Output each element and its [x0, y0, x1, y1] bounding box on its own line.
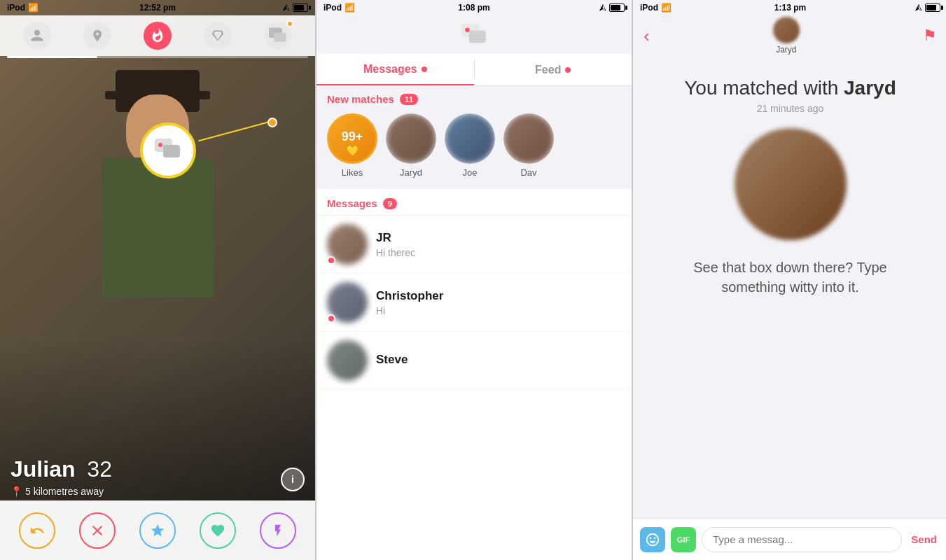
dav-photo: [503, 113, 554, 164]
messages-badge: 9: [383, 198, 397, 209]
message-row-jr[interactable]: JR Hi therec: [317, 216, 632, 274]
tab-messages[interactable]: Messages: [317, 54, 474, 85]
match-dav[interactable]: Dav: [503, 113, 554, 178]
screen3-header: ‹ Jaryd ⚑: [633, 15, 946, 56]
info-button[interactable]: i: [281, 468, 305, 491]
battery-icon-3: [925, 4, 940, 12]
messages-list-section: Messages 9 JR Hi therec Christopher Hi: [317, 189, 632, 560]
header-profile[interactable]: Jaryd: [773, 17, 800, 55]
christopher-preview: Hi: [376, 305, 621, 316]
location-arrow-2: ⮙: [599, 3, 607, 13]
star-button[interactable]: [139, 512, 176, 549]
ipod-label-3: iPod: [640, 3, 658, 13]
svg-rect-1: [274, 33, 286, 42]
progress-bar: [7, 56, 308, 58]
steve-name: Steve: [376, 353, 621, 367]
status-left-2: iPod 📶: [324, 3, 355, 13]
nope-button[interactable]: [79, 512, 116, 549]
jaryd-photo: [386, 113, 436, 164]
header-name: Jaryd: [776, 45, 796, 55]
christopher-info: Christopher Hi: [376, 289, 621, 316]
match-witty-text: See that box down there? Type something …: [647, 258, 933, 297]
messages-label-text: Messages: [327, 197, 377, 209]
nav-profile-icon[interactable]: [23, 22, 51, 50]
undo-button[interactable]: [19, 512, 55, 549]
match-jaryd-img: [386, 113, 436, 164]
message-row-christopher[interactable]: Christopher Hi: [317, 274, 632, 332]
status-left-3: iPod 📶: [640, 3, 672, 13]
match-headline: You matched with Jaryd: [684, 77, 896, 99]
message-input-bar: GIF Send: [633, 518, 946, 560]
likes-count: 99+: [342, 130, 363, 144]
status-bar-2: iPod 📶 1:08 pm ⮙: [317, 0, 632, 15]
top-nav-1: [0, 15, 315, 56]
ipod-label-2: iPod: [324, 3, 342, 13]
likes-avatar[interactable]: 99+ 💛 Likes: [327, 113, 377, 178]
message-row-steve[interactable]: Steve: [317, 332, 632, 390]
time-2: 1:08 pm: [458, 3, 489, 13]
person-silhouette: [81, 56, 235, 350]
jr-name: JR: [376, 231, 621, 245]
progress-fill: [7, 56, 97, 58]
nav-diamond-icon[interactable]: [204, 22, 232, 50]
tabs-row: Messages Feed: [317, 54, 632, 86]
match-dav-img: [503, 113, 554, 164]
location-pin-icon: 📍: [11, 486, 22, 497]
status-left-1: iPod 📶: [7, 3, 39, 13]
svg-point-7: [465, 27, 469, 31]
likes-avatar-img: 99+ 💛: [327, 113, 377, 164]
nav-flame-icon[interactable]: [144, 22, 172, 50]
status-right-3: ⮙: [914, 3, 940, 13]
message-bubble-highlight: [140, 122, 196, 178]
location-arrow-3: ⮙: [914, 3, 923, 13]
location-text: 5 kilometres away: [25, 486, 104, 497]
christopher-name: Christopher: [376, 289, 621, 303]
likes-hearts-icon: 💛: [347, 145, 359, 156]
tab-feed[interactable]: Feed: [475, 54, 632, 85]
messages-tab-dot: [422, 66, 427, 72]
back-button[interactable]: ‹: [644, 25, 650, 47]
status-right-1: ⮙: [282, 3, 308, 13]
time-3: 1:13 pm: [774, 3, 806, 13]
nav-location-icon[interactable]: [83, 22, 111, 50]
user-name: Julian: [11, 456, 75, 482]
like-button[interactable]: [200, 512, 236, 549]
tab-feed-label: Feed: [535, 64, 561, 76]
christopher-online-dot: [327, 314, 335, 323]
location-arrow-1: ⮙: [282, 3, 291, 13]
chat-icon-nav: [460, 22, 488, 48]
feed-tab-dot: [565, 67, 571, 73]
message-input[interactable]: [702, 527, 902, 552]
steve-avatar-wrapper: [327, 340, 368, 381]
match-joe-name: Joe: [463, 167, 478, 178]
jr-online-dot: [327, 256, 335, 265]
nav-messages-icon-wrapper[interactable]: [264, 22, 292, 50]
steve-avatar: [327, 340, 368, 381]
status-right-2: ⮙: [599, 3, 625, 13]
match-headline-text: You matched with: [684, 77, 838, 99]
wifi-icon-2: 📶: [345, 3, 355, 13]
yellow-indicator-dot: [267, 118, 277, 127]
action-bar: [0, 500, 315, 560]
gif-label: GIF: [677, 536, 690, 544]
time-1: 12:52 pm: [139, 3, 176, 13]
christopher-avatar-wrapper: [327, 282, 368, 323]
battery-icon-2: [609, 4, 625, 12]
boost-button[interactable]: [260, 512, 296, 549]
match-name-text: Jaryd: [844, 77, 896, 99]
wifi-icon-3: 📶: [661, 3, 672, 13]
svg-rect-6: [469, 30, 486, 43]
jr-avatar-wrapper: [327, 224, 368, 265]
joe-photo: [445, 113, 495, 164]
flag-button[interactable]: ⚑: [923, 27, 937, 45]
top-nav-2: [317, 15, 632, 54]
match-announcement: You matched with Jaryd 21 minutes ago Se…: [633, 63, 946, 311]
screen-3: iPod 📶 1:13 pm ⮙ ‹ Jaryd ⚑ You matched w…: [633, 0, 946, 560]
send-button[interactable]: Send: [907, 533, 940, 545]
match-jaryd[interactable]: Jaryd: [386, 113, 436, 178]
emoji-button[interactable]: [640, 527, 665, 552]
steve-info: Steve: [376, 353, 621, 369]
gif-button[interactable]: GIF: [671, 527, 696, 552]
match-joe[interactable]: Joe: [445, 113, 495, 178]
match-joe-img: [445, 113, 495, 164]
